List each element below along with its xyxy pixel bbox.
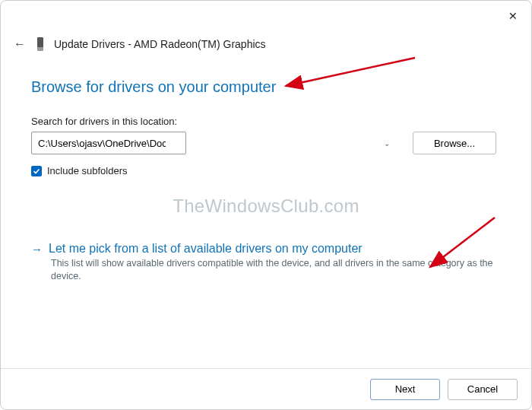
- header-row: ← Update Drivers - AMD Radeon(TM) Graphi…: [1, 37, 531, 51]
- titlebar: ✕: [1, 1, 531, 33]
- close-icon: ✕: [508, 10, 518, 22]
- arrow-right-icon: →: [31, 243, 43, 256]
- content-area: Browse for drivers on your computer Sear…: [1, 51, 531, 368]
- chevron-down-icon: ⌄: [384, 139, 390, 148]
- include-subfolders-row: Include subfolders: [31, 165, 501, 176]
- next-button[interactable]: Next: [370, 379, 440, 400]
- pick-from-list-description: This list will show available drivers co…: [51, 257, 499, 283]
- pick-from-list-title: Let me pick from a list of available dri…: [49, 242, 363, 255]
- path-input-wrap: ⌄: [31, 132, 396, 154]
- page-heading: Browse for drivers on your computer: [31, 78, 501, 96]
- cancel-button[interactable]: Cancel: [448, 379, 518, 400]
- checkmark-icon: [33, 167, 40, 175]
- browse-button[interactable]: Browse...: [413, 132, 496, 154]
- back-arrow-icon: ←: [14, 37, 26, 50]
- search-location-label: Search for drivers in this location:: [31, 116, 501, 127]
- path-row: ⌄ Browse...: [31, 132, 501, 154]
- back-button[interactable]: ←: [13, 37, 27, 51]
- dialog-footer: Next Cancel: [1, 368, 531, 409]
- pick-from-list-option[interactable]: →Let me pick from a list of available dr…: [31, 242, 501, 283]
- update-drivers-dialog: ✕ ← Update Drivers - AMD Radeon(TM) Grap…: [0, 0, 532, 410]
- include-subfolders-label[interactable]: Include subfolders: [47, 165, 128, 176]
- include-subfolders-checkbox[interactable]: [31, 166, 42, 176]
- device-icon: [37, 37, 43, 51]
- close-button[interactable]: ✕: [504, 7, 522, 25]
- pick-from-list-title-row: →Let me pick from a list of available dr…: [31, 242, 501, 256]
- search-path-input[interactable]: [31, 132, 186, 154]
- dialog-title: Update Drivers - AMD Radeon(TM) Graphics: [54, 38, 266, 50]
